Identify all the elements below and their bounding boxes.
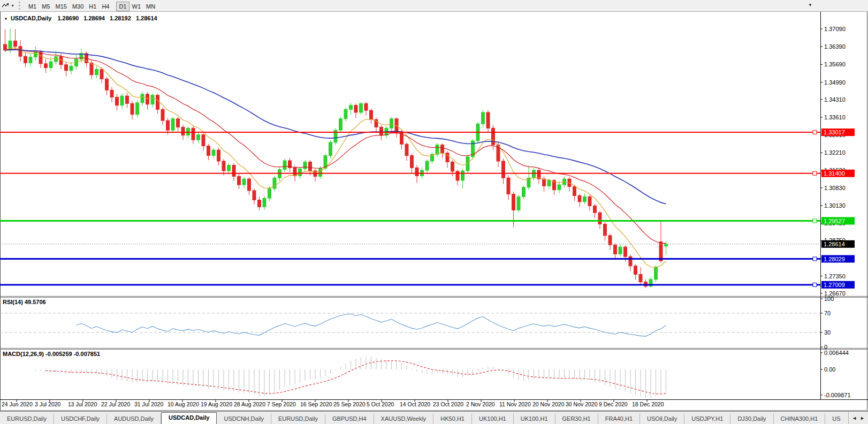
svg-text:31 Jul 2020: 31 Jul 2020 <box>134 401 163 407</box>
chevron-down-icon[interactable]: ▼ <box>11 4 14 7</box>
svg-text:1.31400: 1.31400 <box>824 170 845 177</box>
tab-ger30-h1[interactable]: GER30,H1 <box>555 414 598 424</box>
timeframe-toolbar: ▼ M1M5M15M30H1H4D1W1MN ▼ <box>0 0 868 12</box>
svg-text:2 Nov 2020: 2 Nov 2020 <box>466 401 495 407</box>
timeframe-button-h4[interactable]: H4 <box>99 2 112 11</box>
svg-text:1.33610: 1.33610 <box>824 114 846 120</box>
cursor-tool-icon <box>2 2 10 9</box>
timeframe-button-w1[interactable]: W1 <box>130 2 144 11</box>
svg-text:1.37090: 1.37090 <box>824 26 846 32</box>
svg-text:100: 100 <box>824 296 834 302</box>
tab-gbpusd-h4[interactable]: GBPUSD,H4 <box>325 414 374 424</box>
svg-text:30: 30 <box>824 329 831 336</box>
tab-usdcad-daily[interactable]: USDCAD,Daily <box>161 412 217 424</box>
tab-usdchf-daily[interactable]: USDCHF,Daily <box>54 414 107 424</box>
svg-text:25 Sep 2020: 25 Sep 2020 <box>333 401 366 407</box>
svg-text:1.29527: 1.29527 <box>824 218 845 224</box>
svg-text:13 Jul 2020: 13 Jul 2020 <box>68 401 97 407</box>
timeframe-button-h1[interactable]: H1 <box>86 2 99 11</box>
svg-text:1.32210: 1.32210 <box>824 149 846 156</box>
collapse-arrow-icon[interactable]: ▼ <box>4 17 8 21</box>
ma-line-55 <box>5 50 666 204</box>
svg-text:28 Aug 2020: 28 Aug 2020 <box>234 401 265 407</box>
date-axis: 24 Jun 20203 Jul 202013 Jul 202022 Jul 2… <box>2 399 664 407</box>
svg-text:10 Aug 2020: 10 Aug 2020 <box>167 401 199 407</box>
tab-dj30-daily[interactable]: DJ30,Daily <box>730 414 773 424</box>
tab-china300-h1[interactable]: CHINA300,H1 <box>774 414 826 424</box>
cursor-tool-button[interactable]: ▼ <box>0 1 16 11</box>
svg-text:22 Jul 2020: 22 Jul 2020 <box>101 401 130 407</box>
chart-title: ▼USDCAD,Daily 1.28690 1.28694 1.28192 1.… <box>4 15 161 21</box>
svg-text:9 Dec 2020: 9 Dec 2020 <box>599 401 628 407</box>
svg-text:1.35690: 1.35690 <box>824 61 846 67</box>
tab-usoil-daily[interactable]: USOil,Daily <box>640 414 684 424</box>
timeframe-buttons: M1M5M15M30H1H4D1W1MN <box>26 1 158 11</box>
timeframe-button-m1[interactable]: M1 <box>26 2 39 11</box>
svg-text:1.34990: 1.34990 <box>824 79 846 86</box>
tab-partial[interactable]: US <box>825 414 848 424</box>
svg-text:23 Oct 2020: 23 Oct 2020 <box>433 401 463 407</box>
svg-text:1.28614: 1.28614 <box>824 241 845 247</box>
svg-text:19 Aug 2020: 19 Aug 2020 <box>201 401 232 407</box>
chart-canvas[interactable]: 1.370901.363901.356901.349901.343101.336… <box>0 0 868 424</box>
ma-line-20 <box>5 49 666 244</box>
svg-text:-0.009871: -0.009871 <box>824 392 851 398</box>
rsi-line <box>77 314 666 336</box>
macd-indicator-label: MACD(12,26,9) -0.005259 -0.007851 <box>3 351 100 357</box>
svg-text:20 Nov 2020: 20 Nov 2020 <box>532 401 565 407</box>
ohlc-close: 1.28614 <box>136 15 157 21</box>
timeframe-button-m15[interactable]: M15 <box>53 2 70 11</box>
timeframe-button-m30[interactable]: M30 <box>70 2 86 11</box>
tab-uk100-h1[interactable]: UK100,H1 <box>514 414 555 424</box>
svg-text:1.36390: 1.36390 <box>824 43 846 50</box>
svg-text:30 Nov 2020: 30 Nov 2020 <box>566 401 598 407</box>
tab-fra40-h1[interactable]: FRA40,H1 <box>598 414 640 424</box>
rsi-panel: 10070300 <box>0 296 834 350</box>
tab-xauusd-weekly[interactable]: XAUUSD,Weekly <box>374 414 434 424</box>
ma-line-8 <box>5 48 666 267</box>
candles-layer <box>4 29 668 289</box>
svg-text:1.34310: 1.34310 <box>824 96 846 103</box>
ohlc-high: 1.28694 <box>83 15 105 21</box>
toolbar-grip[interactable] <box>19 2 23 10</box>
tab-usdjpy-h1[interactable]: USDJPY,H1 <box>684 414 730 424</box>
timeframe-button-m5[interactable]: M5 <box>39 2 52 11</box>
tab-usdcnh-daily[interactable]: USDCNH,Daily <box>217 414 271 424</box>
svg-text:18 Dec 2020: 18 Dec 2020 <box>632 401 664 407</box>
svg-text:1.30830: 1.30830 <box>824 185 846 191</box>
price-levels: 1.330171.314001.295271.280291.270091.286… <box>0 128 855 289</box>
chart-window-frame <box>1 12 867 411</box>
trading-platform-window: ▼ M1M5M15M30H1H4D1W1MN ▼ ▼USDCAD,Daily 1… <box>0 0 868 424</box>
toolbar-overflow-icon[interactable]: ▼ <box>808 3 812 7</box>
svg-text:1.27009: 1.27009 <box>824 282 845 288</box>
svg-text:11 Nov 2020: 11 Nov 2020 <box>499 401 531 407</box>
timeframe-button-mn[interactable]: MN <box>143 2 158 11</box>
svg-text:0.006444: 0.006444 <box>824 350 849 356</box>
chart-symbol-label: USDCAD,Daily <box>11 15 51 21</box>
svg-text:16 Sep 2020: 16 Sep 2020 <box>300 401 332 407</box>
tab-hk50-h1[interactable]: HK50,H1 <box>433 414 472 424</box>
tab-scroll-left-icon[interactable]: ◄ <box>852 415 857 421</box>
ohlc-low: 1.28192 <box>110 15 131 21</box>
svg-text:1.33017: 1.33017 <box>824 129 845 135</box>
svg-text:3 Jul 2020: 3 Jul 2020 <box>35 401 61 407</box>
svg-text:1.27350: 1.27350 <box>824 273 846 279</box>
svg-text:1.28029: 1.28029 <box>824 256 845 262</box>
symbol-tab-bar: EURUSD,DailyUSDCHF,DailyAUDUSD,DailyUSDC… <box>0 411 868 424</box>
svg-text:0.00: 0.00 <box>824 366 835 373</box>
tab-uk100-h1[interactable]: UK100,H1 <box>472 414 514 424</box>
tab-audusd-daily[interactable]: AUDUSD,Daily <box>107 414 161 424</box>
svg-text:7 Sep 2020: 7 Sep 2020 <box>267 401 296 407</box>
tab-scroll-arrows: ◄► <box>848 412 868 424</box>
svg-text:70: 70 <box>824 310 831 316</box>
ohlc-open: 1.28690 <box>57 15 79 21</box>
svg-text:14 Oct 2020: 14 Oct 2020 <box>400 401 430 407</box>
timeframe-button-d1[interactable]: D1 <box>116 2 129 11</box>
tab-eurusd-daily[interactable]: EURUSD,Daily <box>0 414 54 424</box>
svg-text:5 Oct 2020: 5 Oct 2020 <box>367 401 394 407</box>
tab-eurusd-daily[interactable]: EURUSD,Daily <box>271 414 325 424</box>
rsi-indicator-label: RSI(14) 49.5706 <box>3 299 46 305</box>
tab-scroll-right-icon[interactable]: ► <box>860 415 865 421</box>
macd-histogram <box>36 357 666 398</box>
svg-text:1.30130: 1.30130 <box>824 202 846 209</box>
